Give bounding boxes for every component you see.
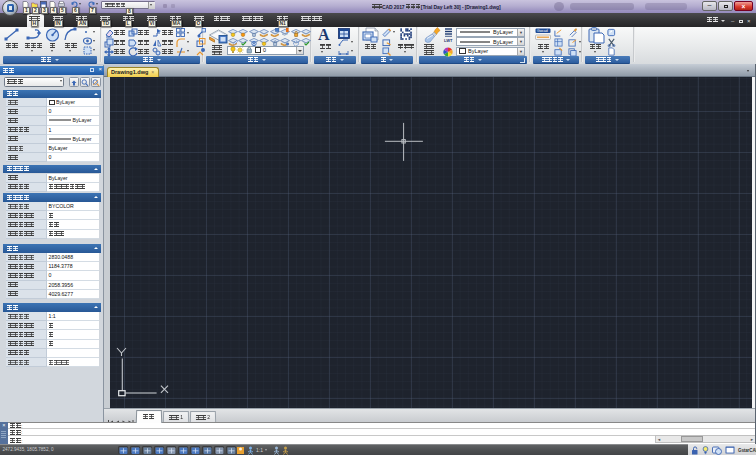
svg-text:Gwcad: Gwcad [537,29,548,33]
